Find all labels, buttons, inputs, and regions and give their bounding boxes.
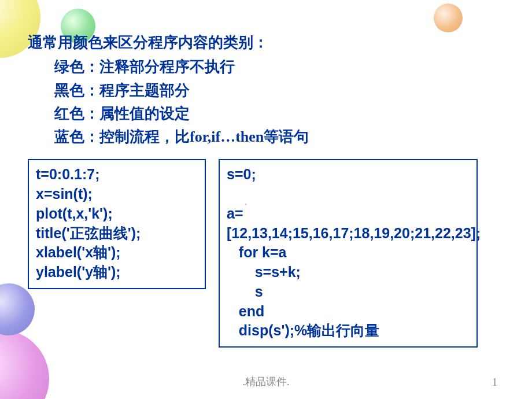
heading: 通常用颜色来区分程序内容的类别： [28,31,504,54]
legend-blue: 蓝色：控制流程，比for,if…then等语句 [54,125,504,149]
page-number: 1 [492,376,497,389]
color-legend: 绿色：注释部分程序不执行 黑色：程序主题部分 红色：属性值的设定 蓝色：控制流程… [28,56,504,149]
code-box-left: t=0:0.1:7; x=sin(t); plot(t,x,'k'); titl… [28,159,206,289]
slide-content: 通常用颜色来区分程序内容的类别： 绿色：注释部分程序不执行 黑色：程序主题部分 … [0,0,532,348]
legend-black: 黑色：程序主题部分 [54,79,504,102]
code-boxes-row: t=0:0.1:7; x=sin(t); plot(t,x,'k'); titl… [28,159,504,348]
footer-label: .精品课件. [0,375,532,389]
code-box-right: s=0; a=[12,13,14;15,16,17;18,19,20;21,22… [219,159,478,348]
legend-red: 红色：属性值的设定 [54,102,504,125]
legend-green: 绿色：注释部分程序不执行 [54,56,504,79]
